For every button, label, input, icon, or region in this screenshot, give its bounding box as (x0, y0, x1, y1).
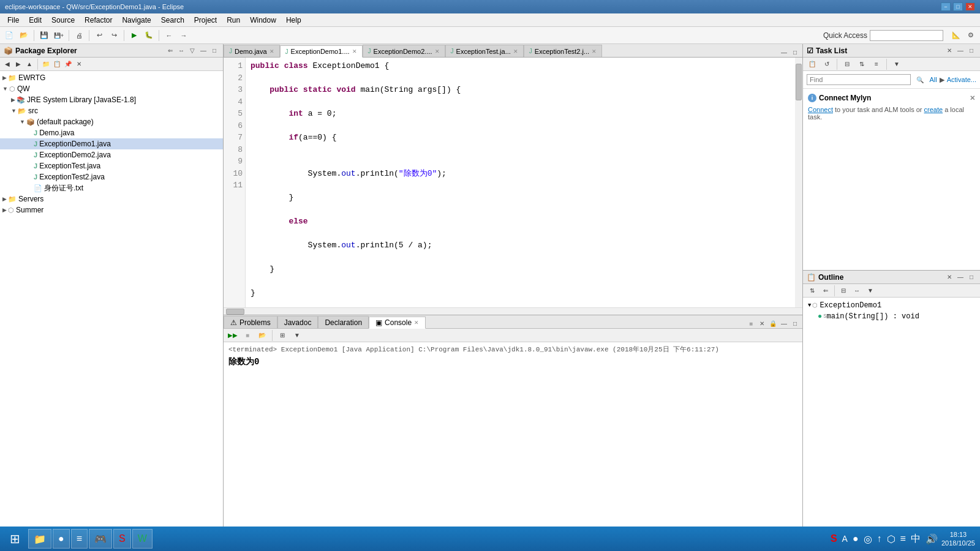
menu-navigate[interactable]: Navigate (117, 13, 156, 26)
tab-console[interactable]: ▣ Console ✕ (369, 317, 426, 329)
outline-close-button[interactable]: ✕ (944, 272, 954, 282)
console-view-button[interactable]: ▼ (290, 329, 304, 342)
task-minimize-button[interactable]: — (956, 46, 965, 56)
menu-project[interactable]: Project (189, 13, 222, 26)
fwd-nav-button[interactable]: ▶ (13, 59, 23, 69)
tree-item-jre[interactable]: ▶ 📚 JRE System Library [JavaSE-1.8] (0, 94, 223, 105)
editor-hscrollbar[interactable] (224, 307, 802, 315)
menu-search[interactable]: Search (156, 13, 189, 26)
save-button[interactable]: 💾 (37, 29, 51, 42)
task-view-button[interactable]: ▼ (890, 58, 903, 71)
task-sort-button[interactable]: ⇅ (855, 58, 869, 71)
tray-icon-a[interactable]: A (841, 534, 849, 544)
taskbar-word-button[interactable]: W (132, 529, 153, 549)
minimize-panel-button[interactable]: — (198, 46, 208, 56)
outline-minimize-button[interactable]: — (956, 272, 965, 282)
tree-item-exdemo2[interactable]: ▶ J ExceptionDemo2.java (0, 149, 223, 160)
maximize-button[interactable]: □ (953, 2, 963, 11)
up-nav-button[interactable]: ▲ (24, 59, 34, 69)
tab-declaration[interactable]: Declaration (318, 316, 369, 328)
time-display[interactable]: 18:13 2018/10/25 (941, 530, 975, 548)
taskbar-explorer-button[interactable]: 📁 (28, 529, 51, 549)
tray-icon-s[interactable]: S (829, 533, 839, 544)
console-options-button[interactable]: ⊞ (276, 329, 289, 342)
new-button[interactable]: 📄 (2, 29, 16, 42)
close-extest-button[interactable]: ✕ (513, 48, 518, 54)
tree-item-ewrtg[interactable]: ▶ 📁 EWRTG (0, 72, 223, 83)
create-link[interactable]: create (924, 106, 943, 113)
tree-item-extest[interactable]: ▶ J ExceptionTest.java (0, 160, 223, 171)
tree-item-servers[interactable]: ▶ 📁 Servers (0, 193, 223, 204)
close-demo-java-button[interactable]: ✕ (270, 48, 274, 54)
minimize-button[interactable]: − (941, 2, 951, 11)
task-maximize-button[interactable]: □ (967, 46, 976, 56)
fwd-button[interactable]: → (177, 29, 190, 42)
task-find-button[interactable]: 🔍 (913, 73, 927, 86)
menu-edit[interactable]: Edit (24, 13, 47, 26)
editor-scrollbar[interactable] (795, 58, 802, 307)
tab-extest[interactable]: J ExceptionTest.ja... ✕ (445, 45, 524, 57)
taskbar-app5-button[interactable]: S (113, 529, 131, 549)
close-button[interactable]: ✕ (965, 2, 975, 11)
close-exdemo2-button[interactable]: ✕ (435, 48, 440, 54)
editor-hscroll-thumb[interactable] (226, 309, 244, 315)
taskbar-app3-button[interactable]: ≡ (71, 529, 88, 549)
close-extest2-button[interactable]: ✕ (592, 48, 597, 54)
outline-filter-button[interactable]: ⊟ (837, 284, 850, 298)
run-button[interactable]: ▶ (127, 29, 141, 42)
tray-icon-menu[interactable]: ≡ (899, 533, 907, 544)
undo-button[interactable]: ↩ (92, 29, 106, 42)
console-stop-button[interactable]: ■ (746, 318, 756, 328)
debug-button[interactable]: 🐛 (142, 29, 156, 42)
tab-problems[interactable]: ⚠ Problems (224, 316, 277, 328)
tab-exdemo1[interactable]: J ExceptionDemo1.... ✕ (280, 45, 363, 58)
tab-exdemo2[interactable]: J ExceptionDemo2.... ✕ (363, 45, 445, 57)
taskbar-chrome-button[interactable]: ● (53, 529, 70, 549)
task-activate-label[interactable]: Activate... (947, 76, 976, 83)
code-editor[interactable]: public class ExceptionDemo1 { public sta… (246, 58, 795, 307)
menu-help[interactable]: Help (281, 13, 306, 26)
console-stop2-button[interactable]: ■ (241, 329, 254, 342)
console-maximize-button[interactable]: □ (790, 318, 800, 328)
view-menu-button[interactable]: ▽ (187, 46, 197, 56)
console-open-button[interactable]: 📂 (255, 329, 269, 342)
task-all-label[interactable]: All (929, 76, 937, 83)
console-clear-button[interactable]: ✕ (757, 318, 767, 328)
menu-refactor[interactable]: Refactor (80, 13, 117, 26)
outline-maximize-button[interactable]: □ (967, 272, 976, 282)
taskbar-app4-button[interactable]: 🎮 (89, 529, 112, 549)
save-all-button[interactable]: 💾+ (52, 29, 66, 42)
outline-sync-button[interactable]: ↔ (850, 284, 864, 298)
tray-icon-kb[interactable]: 中 (910, 533, 922, 545)
new-folder-button[interactable]: 📁 (41, 59, 51, 69)
connect-link[interactable]: Connect (808, 106, 833, 113)
task-close-button[interactable]: ✕ (944, 46, 954, 56)
console-scroll-lock-button[interactable]: 🔒 (768, 318, 778, 328)
menu-window[interactable]: Window (245, 13, 281, 26)
outline-sort-button[interactable]: ⇅ (805, 284, 819, 298)
redo-button[interactable]: ↪ (107, 29, 121, 42)
task-new-button[interactable]: 📋 (805, 58, 819, 71)
tree-item-extest2[interactable]: ▶ J ExceptionTest2.java (0, 171, 223, 182)
console-minimize-button[interactable]: — (779, 318, 789, 328)
start-button[interactable]: ⊞ (2, 529, 27, 549)
editor-scroll-thumb[interactable] (796, 64, 802, 100)
tray-icon-up[interactable]: ↑ (876, 533, 883, 544)
task-find-input[interactable] (807, 74, 911, 85)
tray-icon-dot[interactable]: ● (851, 533, 860, 544)
outline-view-menu-button[interactable]: ▼ (864, 284, 877, 298)
copy-button[interactable]: 📋 (52, 59, 62, 69)
tray-icon-circle[interactable]: ◎ (862, 533, 873, 545)
tree-item-qw[interactable]: ▼ ⬡ QW (0, 83, 223, 94)
paste-button[interactable]: 📌 (63, 59, 73, 69)
task-group-button[interactable]: ≡ (870, 58, 883, 71)
menu-run[interactable]: Run (222, 13, 245, 26)
open-button[interactable]: 📂 (17, 29, 31, 42)
back-nav-button[interactable]: ◀ (2, 59, 12, 69)
close-exdemo1-button[interactable]: ✕ (352, 48, 357, 54)
tray-icon-vol[interactable]: 🔊 (924, 533, 939, 545)
tray-icon-hex[interactable]: ⬡ (886, 533, 897, 545)
outline-item-exdemo1[interactable]: ▼ ⬡ ExceptionDemo1 (805, 300, 978, 311)
tab-demo-java[interactable]: J Demo.java ✕ (224, 45, 280, 57)
outline-item-main[interactable]: ● S main(String[]) : void (805, 311, 978, 322)
